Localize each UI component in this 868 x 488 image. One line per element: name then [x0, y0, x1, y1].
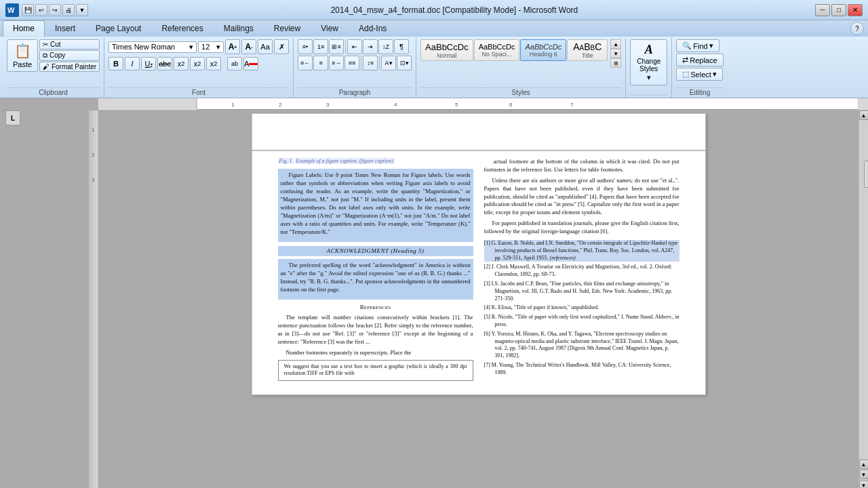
tab-references[interactable]: References — [151, 20, 213, 37]
scroll-thumb[interactable] — [864, 161, 869, 188]
decrease-indent-button[interactable]: ⇤ — [347, 39, 362, 54]
change-styles-button[interactable]: A ChangeStyles ▾ — [630, 39, 667, 85]
window-controls: ─ □ ✕ — [815, 4, 863, 16]
svg-text:7: 7 — [570, 102, 574, 108]
redo-button[interactable]: ↪ — [49, 4, 61, 16]
tab-add-ins[interactable]: Add-Ins — [349, 20, 397, 37]
underline-button[interactable]: U▾ — [141, 57, 156, 70]
close-button[interactable]: ✕ — [848, 4, 863, 16]
cut-icon: ✂ — [43, 41, 48, 48]
change-styles-group-label — [630, 95, 667, 98]
align-left-button[interactable]: ≡← — [298, 56, 313, 70]
grow-font-button[interactable]: A+ — [225, 39, 240, 54]
maximize-button[interactable]: □ — [831, 4, 846, 16]
strikethrough-button[interactable]: abc — [157, 57, 172, 70]
scroll-down-button[interactable]: ▼ — [859, 481, 869, 488]
paste-label: Paste — [13, 60, 32, 68]
styles-scroll-down[interactable]: ▼ — [610, 49, 621, 58]
find-button[interactable]: 🔍 Find ▾ — [676, 39, 719, 52]
numbering-button[interactable]: 1≡ — [313, 39, 328, 54]
help-button[interactable]: ? — [850, 22, 864, 35]
align-right-button[interactable]: ≡→ — [329, 56, 344, 70]
bold-button[interactable]: B — [108, 57, 123, 70]
clipboard-content: 📋 Paste ✂ Cut ⧉ Copy 🖌 Format Painter — [7, 39, 100, 86]
replace-label: Replace — [690, 56, 717, 64]
style-no-spacing[interactable]: AaBbCcDc No Spaci... — [474, 39, 520, 61]
change-styles-label: ChangeStyles — [637, 58, 660, 73]
change-styles-icon: A — [645, 43, 653, 57]
scroll-next-page[interactable]: ▼ — [859, 470, 869, 479]
style-normal-preview: AaBbCcDc — [425, 42, 469, 52]
vertical-scrollbar[interactable]: ▲ ▲ ▼ ▼ — [859, 110, 868, 488]
ruler: 1 2 3 4 5 6 7 — [98, 98, 868, 110]
justify-button[interactable]: ≡≡ — [344, 56, 359, 70]
shrink-font-button[interactable]: A- — [241, 39, 256, 54]
cut-button[interactable]: ✂ Cut — [39, 39, 100, 49]
change-case-button[interactable]: Aa — [258, 39, 273, 54]
replace-button[interactable]: ⇄ Replace — [676, 54, 723, 66]
undo-button[interactable]: ↩ — [35, 4, 47, 16]
tab-page-layout[interactable]: Page Layout — [85, 20, 151, 37]
copy-button[interactable]: ⧉ Copy — [39, 50, 100, 61]
style-normal[interactable]: AaBbCcDc Normal — [420, 39, 473, 61]
style-heading6[interactable]: AaBbCcDc Heading 6 — [520, 39, 566, 61]
customize-qat-button[interactable]: ▼ — [76, 4, 88, 16]
select-icon: ⬚ — [682, 70, 689, 79]
fig-label: Fig. 1 — [278, 158, 294, 164]
font-size-arrow: ▾ — [216, 43, 220, 52]
scroll-up-button[interactable]: ▲ — [859, 110, 869, 120]
ref-1: [1] G. Eason, B. Noble, and I.N. Sneddon… — [484, 240, 679, 262]
save-button[interactable]: 💾 — [22, 4, 34, 16]
superscript2-button[interactable]: x2 — [206, 57, 221, 70]
main-area: L 1 2 3 Fig. 1 Example of a figure capti… — [0, 110, 868, 488]
borders-button[interactable]: ⊡▾ — [397, 56, 412, 70]
align-center-button[interactable]: ≡ — [313, 56, 328, 70]
styles-group: AaBbCcDc Normal AaBbCcDc No Spaci... AaB… — [416, 38, 626, 98]
scroll-prev-page[interactable]: ▲ — [859, 460, 869, 469]
styles-scroll-up[interactable]: ▲ — [610, 39, 621, 49]
print-preview-button[interactable]: 🖨 — [62, 4, 75, 16]
font-group-label: Font — [108, 87, 289, 98]
footnote-continuation: actual footnote at the bottom of the col… — [484, 158, 679, 174]
left-column: Fig. 1 Example of a figure caption. (fig… — [278, 158, 473, 381]
font-color-button[interactable]: A — [243, 57, 258, 70]
svg-text:2: 2 — [279, 102, 282, 108]
format-painter-button[interactable]: 🖌 Format Painter — [39, 62, 100, 72]
italic-button[interactable]: I — [125, 57, 140, 70]
minimize-button[interactable]: ─ — [815, 4, 830, 16]
document-area[interactable]: Fig. 1 Example of a figure caption. (fig… — [98, 110, 859, 488]
subscript-button[interactable]: x2 — [174, 57, 189, 70]
ref-2: [2] J. Clerk Maxwell, A Treatise on Elec… — [484, 264, 679, 279]
line-spacing-button[interactable]: ↕≡ — [363, 56, 378, 70]
style-heading6-label: Heading 6 — [530, 51, 557, 58]
tab-mailings[interactable]: Mailings — [214, 20, 264, 37]
styles-more[interactable]: ⊞ — [610, 58, 621, 68]
increase-indent-button[interactable]: ⇥ — [363, 39, 378, 54]
paste-button[interactable]: 📋 Paste — [7, 39, 38, 72]
shading-button[interactable]: A▾ — [381, 56, 396, 70]
figure-labels-text: Figure Labels: Use 8 point Times New Rom… — [278, 169, 473, 241]
superscript-button[interactable]: x2 — [190, 57, 205, 70]
multilevel-button[interactable]: ⊞≡ — [329, 39, 344, 54]
tab-view[interactable]: View — [311, 20, 349, 37]
clear-format-button[interactable]: ✗ — [274, 39, 289, 54]
font-dropdown-arrow: ▾ — [189, 43, 193, 52]
tab-home[interactable]: Home — [3, 20, 45, 37]
acknowledgment-heading: ACKNOWLEDGMENT (Heading 5) — [278, 246, 473, 257]
tab-review[interactable]: Review — [264, 20, 311, 37]
two-column-layout: Fig. 1 Example of a figure caption. (fig… — [278, 158, 679, 381]
select-button[interactable]: ⬚ Select ▾ — [676, 68, 723, 81]
right-column: actual footnote at the bottom of the col… — [484, 158, 679, 381]
style-title-preview: AaBbC — [573, 41, 601, 52]
font-size-select[interactable]: 12 ▾ — [198, 41, 224, 53]
text-highlight-button[interactable]: ab — [227, 57, 242, 70]
font-group: Times New Roman ▾ 12 ▾ A+ A- Aa ✗ B I U▾ — [104, 38, 294, 98]
sort-button[interactable]: ↕Z — [378, 39, 393, 54]
font-family-select[interactable]: Times New Roman ▾ — [108, 41, 197, 53]
font-bottom-row: B I U▾ abc x2 x2 x2 ab A — [108, 57, 258, 70]
bullets-button[interactable]: ≡• — [298, 39, 313, 54]
show-hide-button[interactable]: ¶ — [394, 39, 409, 54]
editing-content: 🔍 Find ▾ ⇄ Replace ⬚ Select ▾ — [676, 39, 723, 86]
style-title[interactable]: AaBbC Title — [567, 39, 608, 61]
tab-insert[interactable]: Insert — [45, 20, 85, 37]
